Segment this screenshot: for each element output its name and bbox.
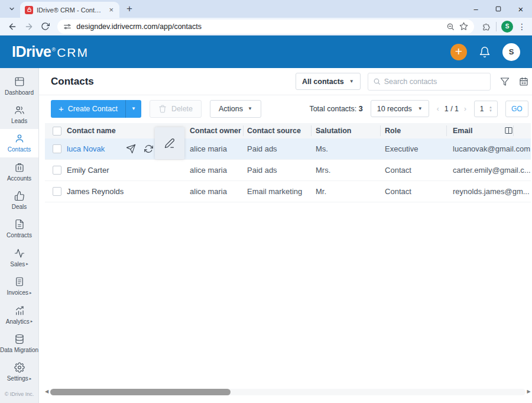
chevron-right-icon: ▸ [26,262,28,266]
sidebar-item-sales[interactable]: Sales▸ [0,243,38,272]
edit-contact-button[interactable] [155,127,184,159]
select-all-checkbox[interactable] [53,127,61,136]
zoom-out-icon[interactable] [446,22,455,31]
sidebar-label: Dashboard [5,89,34,96]
total-contacts-value: 3 [359,105,363,113]
create-contact-dropdown-button[interactable]: ▼ [126,100,141,118]
logo-text: IDrive [12,43,51,60]
prev-page-icon[interactable]: ‹ [437,105,439,113]
sidebar-item-dashboard[interactable]: Dashboard [0,72,38,100]
next-page-icon[interactable]: › [464,105,466,113]
forward-icon[interactable] [22,22,35,31]
back-icon[interactable] [6,22,19,31]
sidebar-item-leads[interactable]: Leads [0,100,38,128]
invoices-icon [14,276,25,287]
window-controls: – × [465,0,532,18]
send-email-icon[interactable] [126,144,136,154]
sidebar-item-accounts[interactable]: Accounts [0,157,38,186]
go-button[interactable]: GO [505,101,528,117]
row-checkbox[interactable] [53,144,61,153]
column-contact-source[interactable]: Contact source [247,127,316,135]
row-checkbox[interactable] [53,166,61,175]
column-contact-owner[interactable]: Contact owner [190,127,247,135]
minimize-icon[interactable]: – [465,0,487,18]
row-checkbox[interactable] [53,187,61,196]
cell-email: reynolds.james@gm... [453,187,531,196]
records-per-page-dropdown[interactable]: 10 records ▼ [371,100,429,117]
scrollbar-track[interactable] [50,389,525,395]
table-row[interactable]: Emily Carter alice maria Paid ads Mrs. C… [45,160,531,181]
tab-search-chevron-icon[interactable] [5,2,19,16]
site-settings-icon[interactable] [63,22,72,31]
data-migration-icon [14,334,25,344]
sidebar-item-contacts[interactable]: Contacts [0,129,38,157]
extensions-icon[interactable] [482,22,491,31]
cell-salutation: Mr. [316,187,385,196]
page-number-input[interactable] [475,105,489,113]
new-tab-icon[interactable]: + [126,3,132,15]
cell-contact-owner: alice maria [190,144,247,153]
table-row[interactable]: James Reynolds alice maria Email marketi… [45,181,531,202]
create-contact-label: Create Contact [68,105,118,113]
actions-label: Actions [219,105,243,113]
divider [496,22,497,31]
view-filter-dropdown[interactable]: All contacts ▼ [296,73,361,90]
contact-name-link[interactable]: Emily Carter [67,166,190,175]
column-role[interactable]: Role [385,127,453,135]
chevron-right-icon: ▸ [31,319,33,324]
address-bar[interactable]: designdev.idrivecrm.com/app/contacts [57,20,474,34]
sidebar-item-settings[interactable]: Settings▸ [0,358,38,386]
tab-close-icon[interactable]: × [108,5,115,14]
table-row[interactable]: luca Novak alice maria Paid ads Ms. Exec… [45,138,531,160]
sidebar-item-deals[interactable]: Deals [0,186,38,214]
search-input[interactable] [384,78,485,86]
column-email[interactable]: Email [453,127,531,135]
browser-navbar: designdev.idrivecrm.com/app/contacts S ⋮ [0,18,532,36]
sidebar-item-contracts[interactable]: Contracts [0,215,38,243]
maximize-icon[interactable] [487,0,510,18]
stepper-arrows-icon[interactable]: ▲▼ [489,105,494,112]
chevron-down-icon: ▼ [418,106,423,111]
column-salutation[interactable]: Salutation [316,127,385,135]
page-title: Contacts [51,76,94,88]
bookmark-star-icon[interactable] [459,22,468,31]
sidebar-item-analytics[interactable]: Analytics▸ [0,301,38,329]
column-chooser-icon[interactable] [504,126,513,135]
sidebar-item-invoices[interactable]: Invoices▸ [0,272,38,301]
sidebar-label: Contacts [8,146,31,153]
column-separator [243,125,244,136]
sidebar-label: Accounts [7,175,31,182]
close-window-icon[interactable]: × [510,0,532,18]
sidebar-label: Contracts [7,232,32,238]
browser-menu-icon[interactable]: ⋮ [518,22,526,31]
sidebar-item-data-migration[interactable]: Data Migration [0,329,38,357]
browser-tab[interactable]: IDrive® CRM - Contacts × [20,2,119,18]
reload-icon[interactable] [39,22,52,31]
cell-contact-source: Paid ads [247,144,316,153]
notifications-bell-icon[interactable] [479,46,491,58]
scroll-right-icon[interactable]: ▶ [527,389,531,394]
search-box [368,73,491,91]
trash-icon [158,105,167,113]
convert-refresh-icon[interactable] [144,144,154,154]
chrome-right-controls: S ⋮ [482,21,526,33]
filter-icon[interactable] [500,77,510,86]
cell-role: Contact [385,187,453,196]
sidebar-label: Analytics [6,318,30,325]
create-contact-button[interactable]: + Create Contact [51,100,125,118]
page-indicator: 1 / 1 [445,105,459,113]
url-text[interactable]: designdev.idrivecrm.com/app/contacts [76,22,442,31]
column-separator [446,125,447,136]
sidebar-label: Leads [11,118,27,124]
scrollbar-thumb[interactable] [50,389,231,395]
actions-button[interactable]: Actions ▼ [210,100,261,118]
contacts-icon [14,133,25,144]
column-separator [513,125,514,136]
user-avatar[interactable]: S [502,43,520,61]
calendar-icon[interactable] [519,77,528,86]
delete-button[interactable]: Delete [150,100,202,118]
browser-profile-avatar[interactable]: S [501,21,513,33]
scroll-left-icon[interactable]: ◀ [45,389,48,394]
contact-name-link[interactable]: James Reynolds [67,187,190,196]
quick-create-button[interactable]: + [450,44,467,60]
